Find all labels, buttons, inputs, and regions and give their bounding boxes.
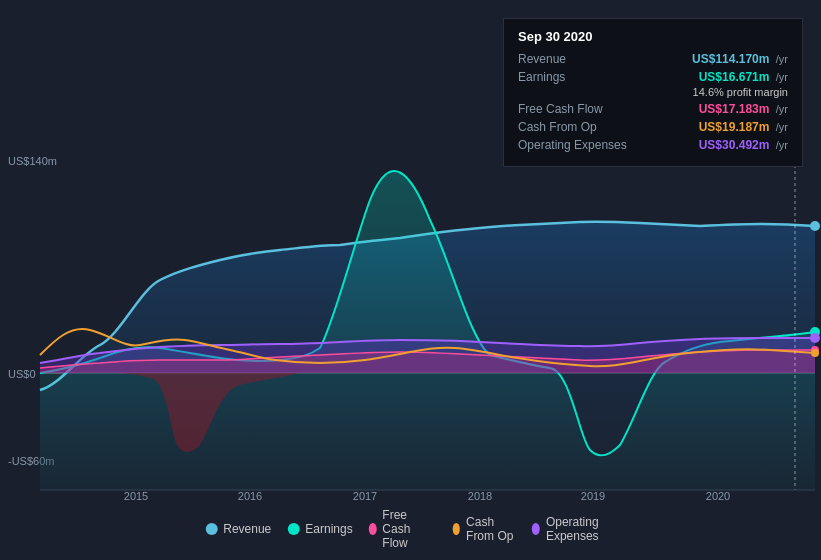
tooltip-row-revenue: Revenue US$114.170m /yr bbox=[518, 52, 788, 66]
svg-point-1 bbox=[810, 221, 820, 231]
legend-dot-fcf bbox=[369, 523, 377, 535]
tooltip-row-cashfromop: Cash From Op US$19.187m /yr bbox=[518, 120, 788, 134]
legend-label-opex: Operating Expenses bbox=[546, 515, 616, 543]
tooltip-date: Sep 30 2020 bbox=[518, 29, 788, 44]
tooltip-label-revenue: Revenue bbox=[518, 52, 638, 66]
legend-dot-cashfromop bbox=[452, 523, 460, 535]
x-label-2015: 2015 bbox=[124, 490, 148, 502]
tooltip-row-opex: Operating Expenses US$30.492m /yr bbox=[518, 138, 788, 152]
legend-item-revenue[interactable]: Revenue bbox=[205, 522, 271, 536]
legend-item-fcf[interactable]: Free Cash Flow bbox=[369, 508, 437, 550]
legend-label-earnings: Earnings bbox=[305, 522, 352, 536]
tooltip-label-earnings: Earnings bbox=[518, 70, 638, 84]
legend-label-revenue: Revenue bbox=[223, 522, 271, 536]
tooltip-label-fcf: Free Cash Flow bbox=[518, 102, 638, 116]
tooltip-value-cashfromop: US$19.187m /yr bbox=[699, 120, 788, 134]
x-label-2019: 2019 bbox=[581, 490, 605, 502]
legend-item-cashfromop[interactable]: Cash From Op bbox=[452, 515, 516, 543]
x-label-2016: 2016 bbox=[238, 490, 262, 502]
legend-dot-earnings bbox=[287, 523, 299, 535]
legend-item-opex[interactable]: Operating Expenses bbox=[532, 515, 616, 543]
svg-point-3 bbox=[810, 333, 820, 343]
tooltip-value-earnings: US$16.671m /yr bbox=[699, 70, 788, 84]
tooltip-card: Sep 30 2020 Revenue US$114.170m /yr Earn… bbox=[503, 18, 803, 167]
x-label-2017: 2017 bbox=[353, 490, 377, 502]
tooltip-value-opex: US$30.492m /yr bbox=[699, 138, 788, 152]
tooltip-value-revenue: US$114.170m /yr bbox=[692, 52, 788, 66]
legend-label-fcf: Free Cash Flow bbox=[382, 508, 436, 550]
legend-dot-opex bbox=[532, 523, 540, 535]
legend-item-earnings[interactable]: Earnings bbox=[287, 522, 352, 536]
tooltip-profit-margin: 14.6% profit margin bbox=[518, 86, 788, 98]
x-label-2020: 2020 bbox=[706, 490, 730, 502]
tooltip-value-fcf: US$17.183m /yr bbox=[699, 102, 788, 116]
legend-dot-revenue bbox=[205, 523, 217, 535]
svg-point-5 bbox=[811, 349, 819, 357]
tooltip-label-cashfromop: Cash From Op bbox=[518, 120, 638, 134]
legend-label-cashfromop: Cash From Op bbox=[466, 515, 516, 543]
tooltip-row-earnings: Earnings US$16.671m /yr bbox=[518, 70, 788, 84]
tooltip-label-opex: Operating Expenses bbox=[518, 138, 638, 152]
x-label-2018: 2018 bbox=[468, 490, 492, 502]
chart-legend: Revenue Earnings Free Cash Flow Cash Fro… bbox=[205, 508, 616, 550]
tooltip-row-fcf: Free Cash Flow US$17.183m /yr bbox=[518, 102, 788, 116]
